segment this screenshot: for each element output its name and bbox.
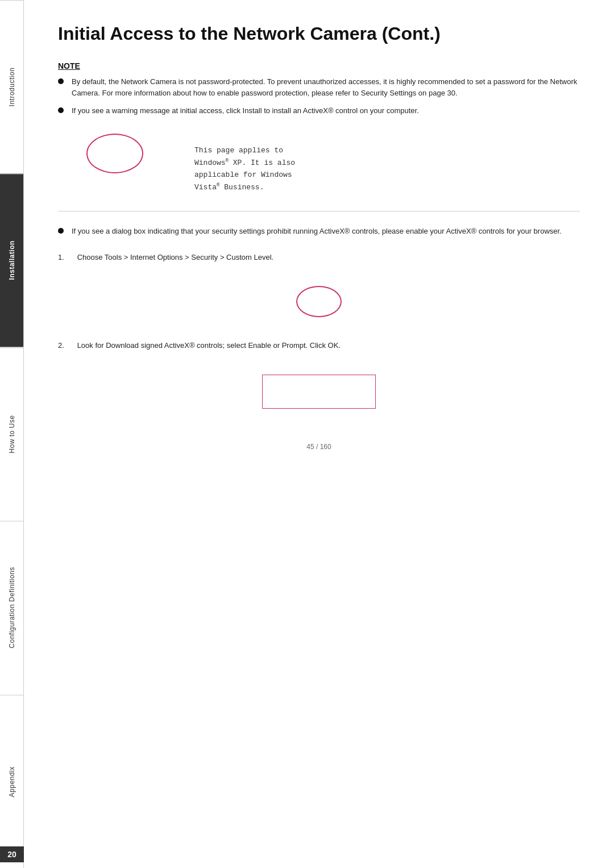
tab-how-to-use[interactable]: How to Use: [0, 347, 23, 521]
tab-installation[interactable]: Installation: [0, 173, 23, 347]
main-content: Initial Access to the Network Camera (Co…: [24, 0, 614, 496]
diagram-area-1: This page applies to Windows® XP. It is …: [58, 134, 580, 194]
note-item-1: By default, the Network Camera is not pa…: [58, 76, 580, 98]
activex-warning-text: If you see a dialog box indicating that …: [58, 226, 580, 238]
diagram-caption-1: This page applies to Windows® XP. It is …: [194, 145, 295, 194]
side-tabs: Introduction Installation How to Use Con…: [0, 0, 24, 868]
bullet-icon-3: [58, 228, 64, 234]
oval-shape-1: [86, 134, 143, 173]
diagram-placeholder-1: [58, 134, 172, 173]
oval-shape-2: [296, 286, 342, 317]
note-section: NOTE By default, the Network Camera is n…: [58, 61, 580, 117]
page-title: Initial Access to the Network Camera (Co…: [58, 23, 580, 44]
diagram-area-2: [58, 286, 580, 317]
divider-1: [58, 211, 580, 211]
page-number-badge: 20: [0, 846, 24, 862]
tab-introduction[interactable]: Introduction: [0, 0, 23, 173]
step-2: 2. Look for Download signed ActiveX® con…: [58, 340, 580, 352]
tab-configuration[interactable]: Configuration Definitions: [0, 521, 23, 694]
note-item-2: If you see a warning message at initial …: [58, 105, 580, 117]
bullet-icon-2: [58, 107, 64, 113]
page-footer: 45 / 160: [58, 443, 580, 462]
step-1: 1. Choose Tools > Internet Options > Sec…: [58, 252, 580, 264]
tab-appendix[interactable]: Appendix: [0, 695, 23, 868]
rect-placeholder: [262, 375, 376, 409]
activex-warning-section: If you see a dialog box indicating that …: [58, 226, 580, 238]
bullet-icon-1: [58, 78, 64, 84]
note-label: NOTE: [58, 61, 580, 70]
rect-container: [58, 375, 580, 409]
